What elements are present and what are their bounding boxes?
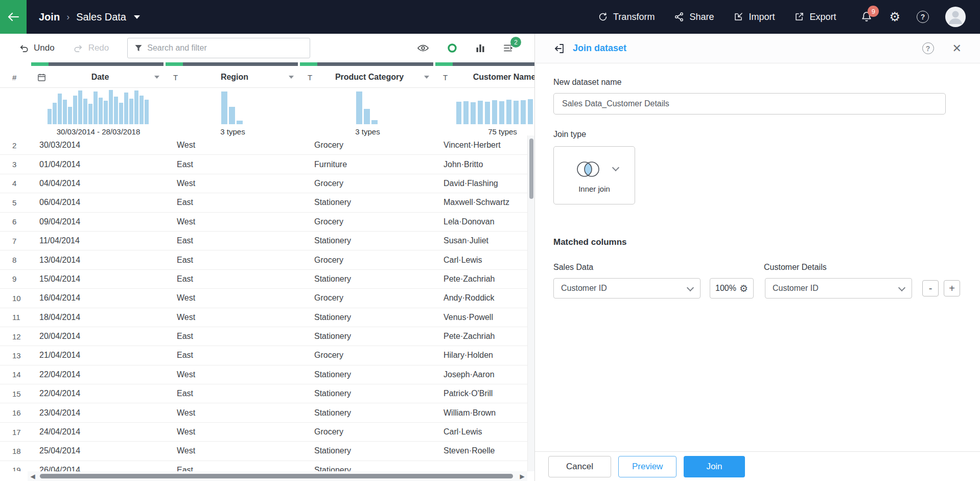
histogram-bar[interactable] (506, 100, 511, 124)
panel-close-icon[interactable]: ✕ (952, 43, 962, 54)
histogram-bar[interactable] (114, 97, 118, 124)
table-row[interactable]: 609/04/2014WestGroceryLela·Donovan (0, 213, 534, 232)
histogram-bar[interactable] (364, 109, 370, 124)
table-row[interactable]: 1522/04/2014EastStationeryPatrick·O'Bril… (0, 384, 534, 403)
scroll-left-arrow-icon[interactable]: ◀ (28, 471, 38, 481)
help-button[interactable]: ? (917, 11, 929, 23)
search-filter-box[interactable] (127, 38, 310, 58)
back-button[interactable] (0, 0, 27, 34)
table-row[interactable]: 1926/04/2014EastStationery (0, 461, 534, 471)
join-button[interactable]: Join (684, 456, 744, 477)
table-row[interactable]: 1321/04/2014EastGroceryHilary·Holden (0, 346, 534, 365)
horizontal-scrollbar[interactable]: ◀ ▶ (28, 471, 527, 481)
add-match-button[interactable]: + (944, 280, 960, 296)
histogram-bar[interactable] (48, 109, 52, 124)
vertical-scrollbar[interactable] (527, 135, 534, 471)
histogram-bar[interactable] (109, 90, 113, 124)
histogram-bar[interactable] (99, 98, 103, 124)
column-menu-caret-icon[interactable] (424, 76, 429, 79)
user-avatar[interactable] (945, 7, 966, 27)
histogram-bar[interactable] (356, 91, 362, 124)
redo-button[interactable]: Redo (73, 43, 109, 54)
scroll-right-arrow-icon[interactable]: ▶ (517, 471, 527, 481)
join-type-caret-icon[interactable] (612, 164, 619, 171)
histogram-bar[interactable] (78, 90, 82, 124)
cancel-button[interactable]: Cancel (548, 456, 611, 477)
table-row[interactable]: 711/04/2014EastStationerySusan·Juliet (0, 232, 534, 250)
horizontal-scrollbar-thumb[interactable] (40, 474, 513, 478)
left-join-column-select[interactable]: Customer ID (553, 278, 701, 299)
data-quality-button[interactable] (447, 42, 458, 54)
column-chart-button[interactable] (475, 43, 485, 53)
histogram-bar[interactable] (58, 94, 62, 124)
table-row[interactable]: 1422/04/2014WestStationeryJoseph·Aaron (0, 365, 534, 384)
column-menu-caret-icon[interactable] (289, 76, 294, 79)
histogram-bar[interactable] (499, 101, 504, 124)
table-row[interactable]: 230/03/2014WestGroceryVincent·Herbert (0, 136, 534, 155)
table-row[interactable]: 506/04/2014EastStationeryMaxwell·Schwart… (0, 193, 534, 212)
preview-button[interactable]: Preview (618, 456, 676, 477)
histogram-bar[interactable] (119, 103, 123, 124)
histogram-bar[interactable] (83, 99, 87, 124)
table-row[interactable]: 1623/04/2014WestStationeryWilliam·Brown (0, 403, 534, 422)
import-button[interactable]: Import (733, 12, 775, 22)
histogram-bar[interactable] (371, 120, 378, 124)
column-menu-caret-icon[interactable] (154, 76, 159, 79)
histogram-bar[interactable] (492, 100, 497, 124)
histogram-bar[interactable] (134, 90, 138, 124)
histogram-bar[interactable] (63, 100, 67, 124)
histogram-bar[interactable] (229, 107, 235, 124)
panel-help-icon[interactable]: ? (922, 42, 934, 54)
breadcrumb-current-dataset[interactable]: Sales Data (76, 11, 126, 23)
applied-steps-button[interactable]: 2 (503, 43, 514, 53)
histogram-bar[interactable] (221, 91, 227, 124)
undo-button[interactable]: Undo (18, 43, 55, 54)
table-row[interactable]: 301/04/2014EastFurnitureJohn·Britto (0, 155, 534, 174)
histogram-bar[interactable] (521, 100, 526, 124)
histogram-bar[interactable] (514, 101, 519, 124)
histogram-bar[interactable] (485, 102, 490, 124)
transform-button[interactable]: Transform (598, 12, 655, 22)
table-row[interactable]: 1220/04/2014EastStationeryPete·Zachriah (0, 327, 534, 346)
histogram-bar[interactable] (129, 99, 133, 124)
histogram-bar[interactable] (68, 107, 72, 124)
column-header-region[interactable]: T Region (166, 66, 300, 88)
table-row[interactable]: 404/04/2014WestGroceryDavid·Flashing (0, 174, 534, 193)
dataset-menu-caret-icon[interactable] (134, 15, 140, 19)
table-row[interactable]: 1724/04/2014WestGroceryCarl·Lewis (0, 423, 534, 442)
join-type-selector[interactable]: Inner join (553, 146, 635, 204)
histogram-bar[interactable] (478, 101, 483, 124)
histogram-bar[interactable] (104, 101, 108, 124)
column-header-customer-name[interactable]: T Customer Name (435, 66, 534, 88)
breadcrumb-root[interactable]: Join (39, 11, 60, 23)
search-input[interactable] (147, 43, 304, 53)
table-row[interactable]: 813/04/2014EastGroceryCarl·Lewis (0, 250, 534, 269)
histogram-bar[interactable] (139, 96, 144, 124)
histogram-bar[interactable] (463, 101, 469, 124)
histogram-bar[interactable] (88, 104, 92, 124)
preview-eye-button[interactable] (417, 43, 429, 53)
table-row[interactable]: 915/04/2014EastStationeryPete·Zachriah (0, 270, 534, 289)
settings-button[interactable]: ⚙ (889, 11, 900, 23)
column-header-date[interactable]: Date (31, 66, 166, 88)
right-join-column-select[interactable]: Customer ID (765, 278, 912, 299)
histogram-bar[interactable] (53, 103, 57, 124)
match-settings-gear-icon[interactable]: ⚙ (739, 284, 748, 293)
histogram-bar[interactable] (237, 121, 243, 124)
vertical-scrollbar-thumb[interactable] (529, 139, 533, 199)
dataset-name-input[interactable] (553, 93, 946, 114)
remove-match-button[interactable]: - (922, 280, 939, 296)
histogram-bar[interactable] (528, 99, 533, 124)
histogram-bar[interactable] (456, 102, 461, 124)
table-row[interactable]: 1118/04/2014WestStationeryVenus·Powell (0, 308, 534, 327)
histogram-bar[interactable] (94, 91, 98, 124)
export-button[interactable]: Export (794, 12, 836, 22)
horizontal-scrollbar-track[interactable] (38, 471, 517, 481)
table-row[interactable]: 1825/04/2014WestStationerySteven·Roelle (0, 442, 534, 461)
notifications-button[interactable]: 9 (860, 11, 873, 23)
histogram-bar[interactable] (124, 93, 128, 124)
histogram-bar[interactable] (145, 100, 149, 124)
histogram-bar[interactable] (73, 96, 77, 124)
histogram-bar[interactable] (471, 102, 476, 124)
column-header-product-category[interactable]: T Product Category (300, 66, 435, 88)
